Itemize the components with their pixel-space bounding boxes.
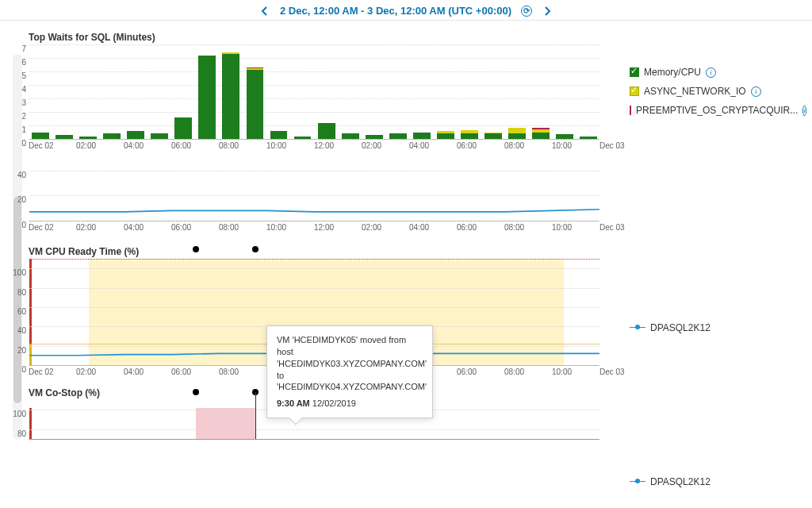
info-icon[interactable]: i xyxy=(802,106,806,116)
plot-area[interactable]: 01234567 xyxy=(29,44,599,140)
chart-title: Top Waits for SQL (Minutes) xyxy=(29,32,799,43)
charts-panel: Memory/CPU i ASYNC_NETWORK_IO i PREEMPTI… xyxy=(0,21,812,440)
tooltip-text: VM 'HCEDIMDYK05' moved from host 'HCEDIM… xyxy=(277,334,423,393)
event-tooltip: VM 'HCEDIMDYK05' moved from host 'HCEDIM… xyxy=(266,325,433,418)
event-marker[interactable] xyxy=(193,246,199,252)
refresh-icon[interactable]: ⟳ xyxy=(521,6,532,17)
legend-label: DPASQL2K12 xyxy=(650,476,710,487)
critical-marker xyxy=(29,408,32,439)
x-axis: Dec 0202:0004:0006:0008:0010:0012:0002:0… xyxy=(29,223,599,232)
date-range-label[interactable]: 2 Dec, 12:00 AM - 3 Dec, 12:00 AM (UTC +… xyxy=(280,5,511,17)
chart-top-waits: Top Waits for SQL (Minutes) 01234567 Dec… xyxy=(29,32,799,150)
prev-range-button[interactable] xyxy=(259,6,270,17)
chart-secondary-line: 02040 Dec 0202:0004:0006:0008:0010:0012:… xyxy=(29,158,799,232)
legend-costop: DPASQL2K12 xyxy=(630,476,796,487)
x-axis: Dec 0202:0004:0006:0008:0010:0012:0002:0… xyxy=(29,141,599,150)
tooltip-timestamp: 9:30 AM 12/02/2019 xyxy=(277,398,423,410)
plot-area[interactable]: 02040 xyxy=(29,158,599,221)
legend-item[interactable]: DPASQL2K12 xyxy=(630,476,796,487)
event-marker[interactable] xyxy=(252,246,259,252)
chart-title: VM CPU Ready Time (%) xyxy=(29,246,799,257)
event-marker[interactable] xyxy=(193,389,199,395)
critical-highlight xyxy=(196,408,255,439)
chart-vm-cpu-ready: VM CPU Ready Time (%) 020406080100 Dec 0… xyxy=(29,246,799,376)
next-range-button[interactable] xyxy=(542,6,553,17)
date-range-bar: 2 Dec, 12:00 AM - 3 Dec, 12:00 AM (UTC +… xyxy=(0,0,812,21)
series-line-icon xyxy=(630,478,645,486)
event-cursor-line xyxy=(255,392,256,439)
